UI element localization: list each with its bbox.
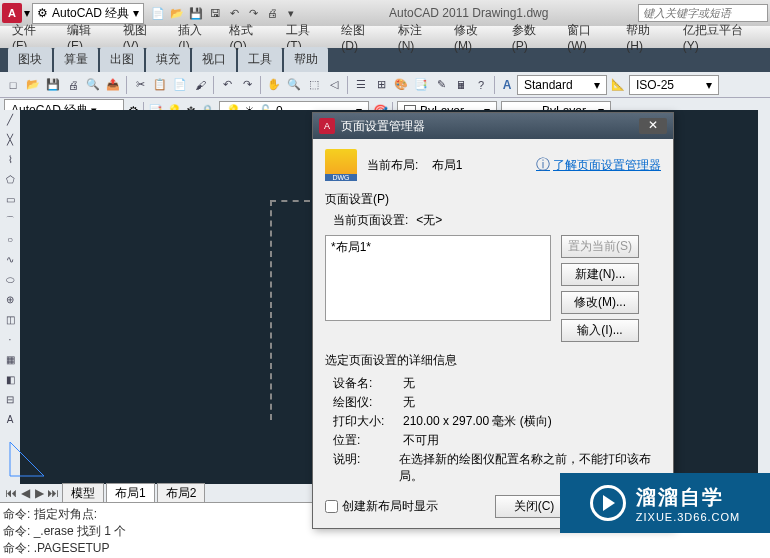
detail-grid: 设备名:无 绘图仪:无 打印大小:210.00 x 297.00 毫米 (横向)… [333,375,661,485]
device-value: 无 [403,375,415,392]
xline-icon[interactable]: ╳ [2,134,18,150]
text-style-dropdown[interactable]: Standard▾ [517,75,607,95]
tool-palette-icon[interactable]: 🎨 [392,76,410,94]
page-setup-group-label: 页面设置(P) [325,191,661,208]
pan-icon[interactable]: ✋ [265,76,283,94]
zoom-window-icon[interactable]: ⬚ [305,76,323,94]
insert-icon[interactable]: ⊕ [2,294,18,310]
tab-prev-icon[interactable]: ◀ [18,486,32,500]
circle-icon[interactable]: ○ [2,234,18,250]
properties-icon[interactable]: ☰ [352,76,370,94]
region-icon[interactable]: ◧ [2,374,18,390]
play-icon [590,485,626,521]
current-setup-label: 当前页面设置: [333,212,408,229]
new-icon[interactable]: □ [4,76,22,94]
separator [260,76,261,94]
text-style-value: Standard [524,78,573,92]
separator [126,76,127,94]
paste-icon[interactable]: 📄 [171,76,189,94]
block-icon[interactable]: ◫ [2,314,18,330]
import-button[interactable]: 输入(I)... [561,319,639,342]
separator [494,76,495,94]
hatch-icon[interactable]: ▦ [2,354,18,370]
list-item[interactable]: *布局1* [331,239,545,256]
learn-more-link[interactable]: ⓘ 了解页面设置管理器 [536,156,661,174]
tab-model[interactable]: 模型 [62,483,104,504]
tab-layout1[interactable]: 布局1 [106,483,155,504]
dialog-body: 当前布局: 布局1 ⓘ 了解页面设置管理器 页面设置(P) 当前页面设置: <无… [313,139,673,528]
line-icon[interactable]: ╱ [2,114,18,130]
menu-platform[interactable]: 亿把豆平台(Y) [675,19,766,56]
cut-icon[interactable]: ✂ [131,76,149,94]
size-value: 210.00 x 297.00 毫米 (横向) [403,413,552,430]
location-label: 位置: [333,432,403,449]
tab-last-icon[interactable]: ⏭ [46,486,60,500]
open-icon[interactable]: 📂 [24,76,42,94]
text-style-icon: A [499,77,515,93]
show-on-new-layout-checkbox[interactable]: 创建新布局时显示 [325,498,438,515]
tab-first-icon[interactable]: ⏮ [4,486,18,500]
calc-icon[interactable]: 🖩 [452,76,470,94]
tab-layout2[interactable]: 布局2 [157,483,206,504]
tab-next-icon[interactable]: ▶ [32,486,46,500]
dialog-title-bar[interactable]: A 页面设置管理器 ✕ [313,113,673,139]
save-icon[interactable]: 💾 [44,76,62,94]
tab-help[interactable]: 帮助 [284,47,328,72]
set-current-button[interactable]: 置为当前(S) [561,235,639,258]
table-icon[interactable]: ⊟ [2,394,18,410]
ellipse-icon[interactable]: ⬭ [2,274,18,290]
tab-viewport[interactable]: 视口 [192,47,236,72]
checkbox-input[interactable] [325,500,338,513]
tab-quantity[interactable]: 算量 [54,47,98,72]
tab-block[interactable]: 图块 [8,47,52,72]
dim-style-icon[interactable]: 📐 [609,76,627,94]
text-icon[interactable]: A [2,414,18,430]
polygon-icon[interactable]: ⬠ [2,174,18,190]
menu-bar: 文件(F) 编辑(E) 视图(V) 插入(I) 格式(O) 工具(T) 绘图(D… [0,26,770,48]
new-button[interactable]: 新建(N)... [561,263,639,286]
detail-header: 选定页面设置的详细信息 [325,352,661,369]
menu-window[interactable]: 窗口(W) [559,19,618,56]
zoom-prev-icon[interactable]: ◁ [325,76,343,94]
menu-help[interactable]: 帮助(H) [618,19,674,56]
separator [213,76,214,94]
preview-icon[interactable]: 🔍 [84,76,102,94]
rectangle-icon[interactable]: ▭ [2,194,18,210]
command-prompt: 命令: .PAGESETUP [3,540,767,557]
dialog-title: 页面设置管理器 [341,118,425,135]
menu-dimension[interactable]: 标注(N) [390,19,446,56]
arc-icon[interactable]: ⌒ [2,214,18,230]
design-center-icon[interactable]: ⊞ [372,76,390,94]
tab-tools[interactable]: 工具 [238,47,282,72]
right-sidebar [758,110,770,488]
close-icon[interactable]: ✕ [639,118,667,134]
help-icon[interactable]: ? [472,76,490,94]
page-setup-listbox[interactable]: *布局1* [325,235,551,321]
spline-icon[interactable]: ∿ [2,254,18,270]
dialog-icon: A [319,118,335,134]
dim-style-dropdown[interactable]: ISO-25▾ [629,75,719,95]
polyline-icon[interactable]: ⌇ [2,154,18,170]
zoom-icon[interactable]: 🔍 [285,76,303,94]
menu-modify[interactable]: 修改(M) [446,19,504,56]
modify-button[interactable]: 修改(M)... [561,291,639,314]
sheet-set-icon[interactable]: 📑 [412,76,430,94]
menu-draw[interactable]: 绘图(D) [333,19,389,56]
undo-icon[interactable]: ↶ [218,76,236,94]
markup-icon[interactable]: ✎ [432,76,450,94]
plotter-value: 无 [403,394,415,411]
menu-parametric[interactable]: 参数(P) [504,19,560,56]
match-icon[interactable]: 🖌 [191,76,209,94]
device-label: 设备名: [333,375,403,392]
publish-icon[interactable]: 📤 [104,76,122,94]
tab-plot[interactable]: 出图 [100,47,144,72]
print-icon[interactable]: 🖨 [64,76,82,94]
tab-hatch[interactable]: 填充 [146,47,190,72]
point-icon[interactable]: · [2,334,18,350]
draw-toolbar: ╱ ╳ ⌇ ⬠ ▭ ⌒ ○ ∿ ⬭ ⊕ ◫ · ▦ ◧ ⊟ A [0,110,20,488]
learn-more-label: 了解页面设置管理器 [553,157,661,174]
chevron-down-icon: ▾ [706,78,712,92]
redo-icon[interactable]: ↷ [238,76,256,94]
copy-icon[interactable]: 📋 [151,76,169,94]
watermark: 溜溜自学 ZIXUE.3D66.COM [560,473,770,533]
